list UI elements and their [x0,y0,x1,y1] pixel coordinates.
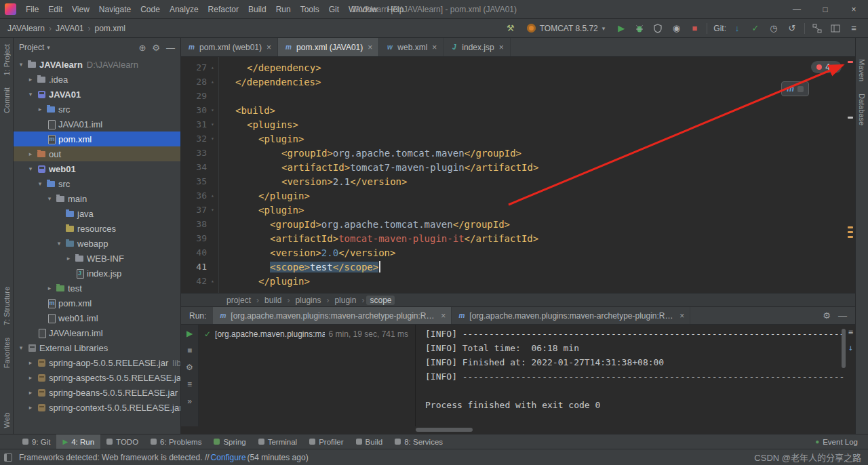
tree-chevron-icon[interactable]: ▸ [45,285,54,291]
breadcrumb-plugin[interactable]: plugin [331,296,359,305]
code-line-36[interactable]: 36▴</plugin> [181,188,855,203]
fold-marker-icon[interactable]: ▴ [207,64,218,70]
configure-link[interactable]: Configure [211,453,246,462]
tree-item-external-libraries[interactable]: ▾External Libraries [14,340,180,355]
tree-item-spring-aop-5-0-5-release-jar[interactable]: ▸spring-aop-5.0.5.RELEASE.jarlibrary roo… [14,355,180,370]
toolwindow-stripe-1-project[interactable]: 1: Project [3,38,11,81]
project-tree[interactable]: ▾JAVAlearnD:\JAVAlearn▸.idea▾JAVA01▸srcJ… [14,57,180,434]
menu-help[interactable]: Help [382,0,409,18]
tree-chevron-icon[interactable]: ▾ [45,195,54,202]
menu-refactor[interactable]: Refactor [203,0,243,18]
toolwindow-button-6-problems[interactable]: 6: Problems [144,434,208,449]
code-line-35[interactable]: 35<version>2.1</version> [181,174,855,188]
menu-analyze[interactable]: Analyze [165,0,203,18]
code-line-33[interactable]: 33<groupId>org.apache.tomcat.maven</grou… [181,146,855,160]
toolwindow-button-todo[interactable]: TODO [100,434,144,449]
close-icon[interactable]: × [368,43,372,52]
tree-chevron-icon[interactable]: ▸ [26,76,35,83]
console-scrollbar[interactable] [842,329,846,368]
breadcrumb-scope[interactable]: scope [366,296,395,305]
hide-icon[interactable]: — [166,43,175,53]
close-icon[interactable]: × [267,43,271,52]
fold-marker-icon[interactable]: ▾ [207,107,218,113]
git-update-icon[interactable]: ↓ [731,22,743,35]
profiler-icon[interactable]: ◉ [670,22,682,35]
settings-icon[interactable]: ⚙ [152,43,160,53]
tree-item-web01-iml[interactable]: web01.iml [14,310,180,325]
close-icon[interactable]: × [499,43,504,52]
menu-navigate[interactable]: Navigate [94,0,136,18]
code-line-32[interactable]: 32▾<plugin> [181,132,855,146]
tree-chevron-icon[interactable]: ▾ [54,240,64,247]
tree-chevron-icon[interactable]: ▸ [26,150,35,157]
editor-tab-pom-xml-java01[interactable]: mpom.xml (JAVA01)× [278,38,379,56]
tree-item-out[interactable]: ▸out [14,146,180,161]
menu-build[interactable]: Build [243,0,271,18]
inspections-widget[interactable]: 4 ▾ [811,61,842,73]
toolwindow-toggle-icon[interactable] [4,453,12,462]
git-commit-icon[interactable]: ✓ [749,22,762,35]
toolwindow-stripe-web[interactable]: Web [3,407,11,434]
code-line-30[interactable]: 30▾<build> [181,103,855,117]
run-config-select[interactable]: TOMCAT 8.5.72 ▾ [523,22,610,35]
filter-icon[interactable]: ⚙ [186,363,193,372]
fold-marker-icon[interactable]: ▾ [207,121,218,127]
project-panel-title[interactable]: Project [19,43,44,52]
editor-tab-pom-xml-web01[interactable]: mpom.xml (web01)× [181,38,278,56]
fold-marker-icon[interactable]: ▴ [207,278,218,284]
run-tree[interactable]: ✓ [org.apache.maven.plugins:maven-ar 6 m… [199,325,416,426]
toolwindow-button-4-run[interactable]: ▶4: Run [56,434,100,449]
tree-chevron-icon[interactable]: ▸ [26,359,35,366]
tree-item-pom-xml[interactable]: pom.xml [14,296,180,310]
toolwindow-button-spring[interactable]: Spring [208,434,252,449]
tree-item-pom-xml[interactable]: pom.xml [14,132,180,146]
menu-edit[interactable]: Edit [43,0,67,18]
code-line-37[interactable]: 37▾<plugin> [181,203,855,217]
tree-item-javalearn[interactable]: ▾JAVAlearnD:\JAVAlearn [14,57,180,72]
locate-icon[interactable]: ⊕ [138,43,146,53]
code-line-31[interactable]: 31▾<plugins> [181,117,855,132]
code-line-28[interactable]: 28▴</dependencies> [181,75,855,89]
close-icon[interactable]: × [679,311,684,321]
tree-item-webapp[interactable]: ▾webapp [14,236,180,251]
tree-chevron-icon[interactable]: ▸ [26,374,35,381]
fold-marker-icon[interactable]: ▴ [207,79,218,85]
tree-item-index-jsp[interactable]: index.jsp [14,266,180,281]
tree-item-java01-iml[interactable]: JAVA01.iml [14,117,180,132]
breadcrumb-item-javalearn[interactable]: JAVAlearn [5,23,47,34]
error-stripe[interactable] [846,57,855,293]
toolwindow-button-terminal[interactable]: Terminal [252,434,303,449]
menu-code[interactable]: Code [136,0,165,18]
coverage-icon[interactable] [652,22,664,35]
code-line-42[interactable]: 42▴</plugin> [181,274,855,288]
code-line-39[interactable]: 39<artifactId>tomcat-maven-plugin-it</ar… [181,231,855,245]
tree-item-test[interactable]: ▸test [14,281,180,296]
code-line-27[interactable]: 27▴</dependency> [181,60,855,75]
tree-chevron-icon[interactable]: ▸ [64,255,73,262]
editor-tab-web-xml[interactable]: wweb.xml× [379,38,443,56]
menu-run[interactable]: Run [271,0,296,18]
dismiss-icon[interactable] [797,86,804,92]
notifications-icon[interactable]: ≡ [848,22,860,35]
menu-view[interactable]: View [67,0,94,18]
collapse-all-icon[interactable]: ≡ [187,380,192,389]
tree-item-resources[interactable]: resources [14,221,180,236]
tree-chevron-icon[interactable]: ▾ [26,165,35,172]
run-tab[interactable]: m[org.apache.maven.plugins:maven-archety… [213,307,452,324]
toolwindow-button-9-git[interactable]: 9: Git [16,434,56,449]
close-icon[interactable]: × [432,43,437,52]
tree-chevron-icon[interactable]: ▸ [26,389,35,396]
run-tab[interactable]: m[org.apache.maven.plugins:maven-archety… [452,307,690,324]
toolwindow-stripe-maven[interactable]: Maven [858,53,866,87]
breadcrumb-project[interactable]: project [223,296,254,305]
soft-wrap-icon[interactable]: ≡ [848,327,853,337]
debug-icon[interactable] [633,22,646,35]
toolwindow-stripe-favorites[interactable]: Favorites [3,331,11,374]
menu-tools[interactable]: Tools [296,0,324,18]
window-layout-icon[interactable] [829,22,842,35]
console-hscrollbar[interactable] [181,426,855,434]
toolwindow-button-8-services[interactable]: 8: Services [389,434,449,449]
settings-icon[interactable]: ⚙ [823,310,831,321]
breadcrumb-build[interactable]: build [261,296,285,305]
fold-marker-icon[interactable]: ▴ [207,193,218,199]
